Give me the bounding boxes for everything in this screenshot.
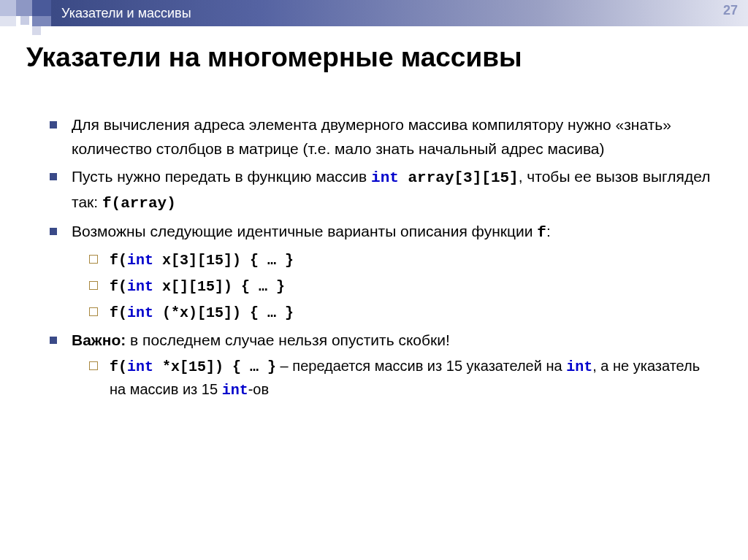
b3s1-kw: int [127,252,153,269]
slide-content: Для вычисления адреса элемента двумерног… [50,113,719,406]
bullet-4-text-a: в последнем случае нельзя опустить скобк… [126,331,450,348]
b3s3-kw: int [127,304,153,321]
b4s1-kw: int [127,358,153,375]
b3s1-b: x[3][15]) { … } [153,252,294,269]
bullet-3-sub-1: f(int x[3][15]) { … } [89,248,719,272]
bullet-2-code1: array[3][15] [399,169,519,186]
bullet-3-text-b: : [546,223,551,239]
slide-title: Указатели на многомерные массивы [26,42,522,73]
bullet-1-text: Для вычисления адреса элемента двумерног… [72,116,671,157]
header-bar: Указатели и массивы [51,0,748,26]
header-topic: Указатели и массивы [61,6,191,21]
bullet-3-code1: f [537,224,546,241]
b3s3-a: f( [110,304,127,321]
bullet-4: Важно: в последнем случае нельзя опустит… [50,329,719,402]
b4s1-t3: -ов [248,381,269,397]
bullet-2-code2: f(array) [102,195,176,212]
slide: Указатели и массивы 27 Указатели на мног… [0,0,748,560]
bullet-3-sub-2: f(int x[][15]) { … } [89,275,719,298]
bullet-1: Для вычисления адреса элемента двумерног… [50,113,719,161]
corner-decoration [0,0,51,37]
b3s2-a: f( [110,278,127,295]
b4s1-kw3: int [222,382,248,399]
bullet-2: Пусть нужно передать в функцию массив in… [50,165,719,215]
bullet-3-text-a: Возможны следующие идентичные варианты о… [72,223,537,239]
page-number: 27 [723,3,738,18]
bullet-4-bold: Важно: [72,331,126,348]
b3s2-b: x[][15]) { … } [153,278,285,295]
b4s1-kw2: int [566,358,592,375]
bullet-4-sub-1: f(int *x[15]) { … } – передается массив … [89,355,719,402]
b3s2-kw: int [127,278,153,295]
b4s1-a: f( [110,358,127,375]
b4s1-b: *x[15]) { … } [153,358,276,375]
b3s3-b: (*x)[15]) { … } [153,304,294,321]
bullet-3-sub-3: f(int (*x)[15]) { … } [89,301,719,324]
b4s1-t1: – передается массив из 15 указателей на [276,358,566,374]
bullet-2-kw1: int [371,169,399,186]
b3s1-a: f( [110,252,127,269]
bullet-3: Возможны следующие идентичные варианты о… [50,220,719,324]
bullet-2-text-a: Пусть нужно передать в функцию массив [72,168,371,185]
